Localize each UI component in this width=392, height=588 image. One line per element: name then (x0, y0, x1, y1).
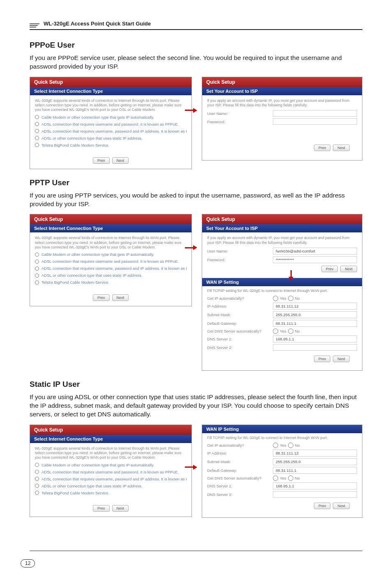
dns2-label: DNS Server 2: (207, 345, 269, 350)
conn-option-auto[interactable]: Cable Modem or other connection type tha… (35, 115, 187, 119)
prev-button[interactable]: Prev (321, 266, 338, 272)
subnet-mask-input[interactable]: 255.255.255.0 (273, 458, 357, 465)
dns2-input[interactable] (273, 491, 357, 498)
panel-description: WL-320gE supports several kinds of conne… (35, 446, 187, 460)
prev-button[interactable]: Prev (314, 503, 331, 509)
panel-subheader: Set Your Account to ISP (202, 87, 362, 95)
dns2-label: DNS Server 2: (207, 492, 269, 497)
panel-set-account-pppoe: Quick Setup Set Your Account to ISP If y… (202, 77, 362, 161)
password-label: Password: (207, 119, 269, 124)
prev-button[interactable]: Prev (314, 356, 331, 362)
next-button[interactable]: Next (112, 157, 129, 164)
panel-subheader: Select Internet Connection Type (30, 435, 191, 443)
wan-description: Fill TCP/IP setting for WL-320gE to conn… (207, 436, 357, 440)
panel-header: Quick Setup (30, 425, 191, 435)
arrow-right-icon (185, 108, 197, 113)
panel-subheader: Select Internet Connection Type (30, 224, 191, 232)
wan-subheader: WAN IP Setting (202, 278, 362, 286)
ip-address-label: IP Address: (207, 304, 269, 308)
panel-wan-static: WAN IP Setting Fill TCP/IP setting for W… (202, 425, 362, 518)
conn-option-auto[interactable]: Cable Modem or other connection type tha… (35, 252, 187, 257)
get-ip-auto-radio[interactable]: YesNo (273, 296, 300, 301)
next-button[interactable]: Next (340, 266, 357, 272)
panel-description: WL-320gE supports several kinds of conne… (35, 99, 187, 113)
ip-address-input[interactable]: 88.31.111.12 (273, 303, 357, 310)
conn-option-pptp[interactable]: ADSL connection that requires username, … (35, 266, 187, 271)
prev-button[interactable]: Prev (93, 157, 110, 164)
arrow-right-icon (185, 465, 197, 470)
password-input[interactable]: ************ (273, 256, 357, 263)
conn-option-pptp[interactable]: ADSL connection that requires username, … (35, 477, 187, 481)
conn-option-static[interactable]: ADSL or other connection type that uses … (35, 136, 187, 140)
conn-option-telstra[interactable]: Telstra BigPond Cable Modem Service. (35, 143, 187, 147)
default-gateway-input[interactable]: 88.31.111.1 (273, 467, 357, 474)
section-body-static: If you are using ADSL or other connectio… (30, 393, 362, 419)
get-dns-auto-radio[interactable]: YesNo (273, 328, 300, 334)
get-dns-auto-label: Get DNS Server automatically? (207, 329, 269, 333)
password-label: Password: (207, 257, 269, 262)
conn-option-telstra[interactable]: Telstra BigPond Cable Modem Service. (35, 491, 187, 495)
guide-title: WL-320gE Access Point Quick Start Guide (44, 21, 151, 27)
section-body-pppoe: If you are PPPoE service user, please se… (30, 54, 362, 71)
panel-select-conn-pptp: Quick Setup Select Internet Connection T… (30, 214, 192, 306)
panel-header: Quick Setup (202, 77, 362, 87)
conn-option-auto[interactable]: Cable Modem or other connection type tha… (35, 463, 187, 467)
get-dns-auto-label: Get DNS Server automatically? (207, 476, 269, 480)
figure-static: Quick Setup Select Internet Connection T… (30, 425, 362, 518)
username-input[interactable] (273, 110, 357, 117)
subnet-mask-input[interactable]: 255.255.255.0 (273, 311, 357, 318)
next-button[interactable]: Next (333, 145, 350, 151)
dns1-label: DNS Server 1: (207, 337, 269, 341)
prev-button[interactable]: Prev (93, 505, 110, 512)
next-button[interactable]: Next (112, 294, 129, 301)
dns1-label: DNS Server 1: (207, 484, 269, 488)
panel-set-account-pptp: Quick Setup Set Your Account to ISP If y… (202, 214, 362, 371)
password-input[interactable] (273, 118, 357, 125)
panel-select-conn-static: Quick Setup Select Internet Connection T… (30, 425, 192, 517)
panel-subheader: Select Internet Connection Type (30, 87, 191, 95)
section-title-pppoe: PPPoE User (30, 41, 362, 50)
ip-address-input[interactable]: 88.31.111.12 (273, 450, 357, 457)
prev-button[interactable]: Prev (93, 294, 110, 301)
panel-description: If you apply an account with dynamic IP,… (207, 99, 357, 108)
dns1-input[interactable]: 168.95.1.1 (273, 335, 357, 342)
default-gateway-input[interactable]: 88.31.111.1 (273, 320, 357, 327)
conn-option-pppoe[interactable]: ADSL connection that requires username a… (35, 122, 187, 126)
get-ip-auto-label: Get IP automatically? (207, 443, 269, 448)
conn-option-pptp[interactable]: ADSL connection that requires username, … (35, 129, 187, 133)
footer-rule (30, 551, 362, 551)
prev-button[interactable]: Prev (314, 145, 331, 151)
next-button[interactable]: Next (112, 505, 129, 512)
get-dns-auto-radio[interactable]: YesNo (273, 475, 300, 481)
conn-option-static[interactable]: ADSL or other connection type that uses … (35, 484, 187, 488)
figure-pppoe: Quick Setup Select Internet Connection T… (30, 77, 362, 169)
wan-description: Fill TCP/IP setting for WL-320gE to conn… (207, 289, 357, 293)
default-gateway-label: Default Gateway: (207, 468, 269, 473)
dns1-input[interactable]: 168.95.1.1 (273, 482, 357, 489)
username-label: User Name: (207, 111, 269, 116)
default-gateway-label: Default Gateway: (207, 321, 269, 326)
subnet-mask-label: Subnet Mask: (207, 312, 269, 317)
page-number: 12 (21, 559, 35, 567)
panel-header: Quick Setup (202, 214, 362, 224)
username-label: User Name: (207, 249, 269, 253)
panel-subheader: Set Your Account to ISP (202, 224, 362, 232)
panel-header: Quick Setup (30, 214, 191, 224)
dns2-input[interactable] (273, 344, 357, 351)
next-button[interactable]: Next (333, 356, 350, 362)
panel-description: If you apply an account with dynamic IP,… (207, 236, 357, 245)
panel-description: WL-320gE supports several kinds of conne… (35, 236, 187, 250)
username-input[interactable]: herk036@adsl-comfort (273, 248, 357, 255)
section-body-pptp: If you are using PPTP services, you woul… (30, 191, 362, 209)
ip-address-label: IP Address: (207, 451, 269, 455)
next-button[interactable]: Next (333, 503, 350, 509)
panel-select-conn-pppoe: Quick Setup Select Internet Connection T… (30, 77, 192, 169)
get-ip-auto-radio[interactable]: YesNo (273, 443, 300, 448)
conn-option-static[interactable]: ADSL or other connection type that uses … (35, 273, 187, 278)
brand-arrow-icon (30, 23, 39, 28)
conn-option-telstra[interactable]: Telstra BigPond Cable Modem Service. (35, 280, 187, 285)
subnet-mask-label: Subnet Mask: (207, 459, 269, 464)
conn-option-pppoe[interactable]: ADSL connection that requires username a… (35, 259, 187, 264)
arrow-right-icon (185, 245, 197, 250)
conn-option-pppoe[interactable]: ADSL connection that requires username a… (35, 470, 187, 474)
